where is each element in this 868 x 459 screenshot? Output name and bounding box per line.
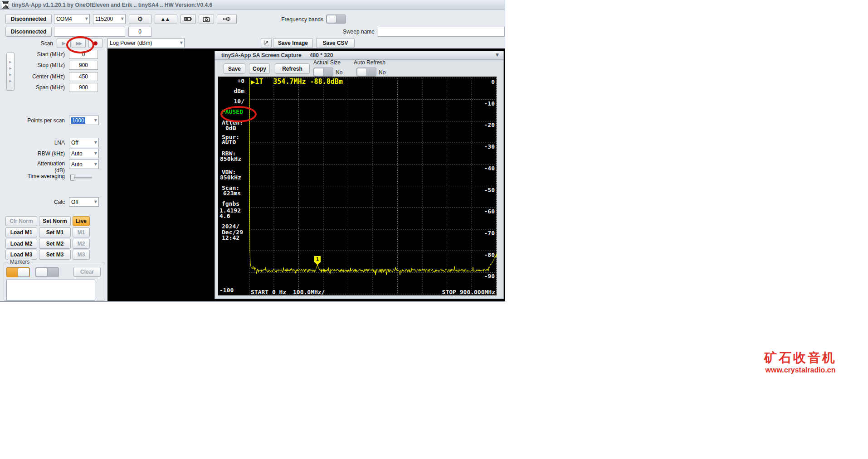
device-info-field[interactable]: [54, 27, 125, 37]
m3-button[interactable]: M3: [73, 250, 90, 260]
auto-refresh-toggle[interactable]: [356, 68, 376, 77]
spectrum-screen: +0 dBm 10/ PAUSED Atten: 0dB Spur: AUTO …: [218, 77, 497, 295]
app-icon: [2, 1, 9, 9]
frequency-bands-label: Frequency bands: [270, 16, 323, 23]
m2-button[interactable]: M2: [73, 239, 90, 249]
y-axis-tick: 0: [491, 79, 495, 85]
auto-refresh-label: Auto Refresh: [354, 59, 385, 66]
ref-unit: dBm: [218, 88, 249, 94]
save-csv-button[interactable]: Save CSV: [316, 38, 355, 48]
vbw-value: 850kHz: [218, 175, 249, 180]
gear-icon: ⚙: [137, 15, 143, 23]
clear-markers-button[interactable]: Clear: [73, 267, 101, 277]
com-port-select[interactable]: COM4▼: [54, 14, 90, 24]
toggle-knob: [357, 68, 367, 76]
firmware-name: fgnbs: [218, 201, 249, 207]
set-m1-button[interactable]: Set M1: [39, 227, 71, 237]
bottom-ref-level: -100: [218, 288, 249, 293]
y-axis-tick: -90: [484, 274, 495, 279]
marker-flag-number: 1: [316, 256, 319, 262]
screenshot-button[interactable]: [199, 14, 214, 24]
center-freq-input[interactable]: [69, 72, 98, 81]
save-image-button[interactable]: Save Image: [273, 38, 313, 48]
set-m2-button[interactable]: Set M2: [39, 239, 71, 249]
attenuation-select[interactable]: Auto▼: [69, 159, 99, 169]
right-arrow-icon: ▶: [9, 67, 11, 70]
capture-refresh-button[interactable]: Refresh: [275, 63, 310, 74]
right-arrow-icon: ▶: [9, 79, 11, 83]
chevron-down-icon: ▼: [94, 118, 97, 122]
time-averaging-slider-thumb[interactable]: [70, 174, 74, 181]
capture-titlebar[interactable]: tinySA-App SA Screen Capture 480 * 320 ▼: [215, 51, 503, 60]
set-norm-button[interactable]: Set Norm: [39, 216, 71, 226]
sweep-name-input[interactable]: [378, 27, 505, 37]
baud-rate-value: 115200: [95, 16, 113, 22]
connect-button[interactable]: Disconnected: [5, 14, 52, 24]
y-axis-tick: -50: [484, 188, 495, 193]
marker2-toggle[interactable]: [35, 267, 59, 277]
rbw-label: RBW (kHz): [9, 150, 65, 157]
marker1-toggle[interactable]: [6, 267, 30, 277]
markers-group-title: Markers: [8, 259, 31, 265]
calc-select[interactable]: Off▼: [69, 197, 99, 207]
points-per-scan-select[interactable]: 1000▼: [69, 116, 99, 125]
actual-size-toggle[interactable]: [313, 68, 333, 77]
right-arrow-icon: ▶: [9, 60, 11, 64]
attenuation-label: Attenuation: [9, 160, 65, 167]
x-axis-perdiv-label: 100.0MHz/: [293, 289, 325, 295]
export-chart-button[interactable]: [261, 38, 272, 48]
lna-value: Off: [71, 140, 78, 146]
usb-button[interactable]: [217, 14, 237, 24]
frequency-bands-toggle[interactable]: [326, 14, 346, 24]
x-axis-stop-label: STOP 900.000MHz: [442, 289, 495, 295]
m1-button[interactable]: M1: [73, 227, 90, 237]
app-titlebar[interactable]: tinySA-App v1.1.20.1 by OneOfEleven and …: [0, 0, 505, 10]
baud-rate-select[interactable]: 115200▼: [93, 14, 126, 24]
clr-norm-button[interactable]: Clr Norm: [5, 216, 37, 226]
y-axis-tick: -60: [484, 209, 495, 214]
toggle-knob: [327, 15, 336, 23]
battery-button[interactable]: [180, 14, 196, 24]
display-mode-select[interactable]: Log Power (dBm)▼: [107, 38, 185, 48]
marker-readout-id: 1T: [255, 77, 263, 86]
lna-select[interactable]: Off▼: [69, 138, 99, 147]
load-m1-button[interactable]: Load M1: [5, 227, 37, 237]
watermark-url: www.crystalradio.cn: [758, 365, 843, 375]
stop-freq-input[interactable]: [69, 61, 98, 70]
connect-button-2[interactable]: Disconnected: [5, 27, 52, 37]
sweep-name-label: Sweep name: [338, 29, 375, 35]
app-window: tinySA-App v1.1.20.1 by OneOfEleven and …: [0, 0, 505, 302]
marker-arrow-icon: ▶: [251, 79, 255, 85]
capture-save-button[interactable]: Save: [224, 63, 245, 74]
capture-copy-button[interactable]: Copy: [249, 63, 270, 74]
markers-list[interactable]: [6, 280, 95, 300]
load-m3-button[interactable]: Load M3: [5, 250, 37, 260]
live-button[interactable]: Live: [73, 216, 90, 226]
chevron-down-icon: ▼: [94, 162, 97, 166]
span-freq-label: Span (MHz): [18, 84, 65, 91]
upload-firmware-button[interactable]: ▲▲: [155, 14, 177, 24]
set-m3-button[interactable]: Set M3: [39, 250, 71, 260]
points-per-scan-value: 1000: [71, 117, 85, 124]
span-freq-input[interactable]: [69, 83, 98, 92]
rbw-select[interactable]: Auto▼: [69, 149, 99, 158]
double-up-arrow-icon: ▲▲: [161, 17, 171, 21]
app-title: tinySA-App v1.1.20.1 by OneOfEleven and …: [12, 2, 212, 8]
y-axis-tick: -40: [484, 166, 495, 171]
rbw-value: Auto: [71, 150, 83, 157]
counter-field[interactable]: [128, 27, 151, 37]
start-freq-label: Start (MHz): [18, 51, 65, 58]
capture-menu-arrow-icon[interactable]: ▼: [496, 53, 499, 57]
toggle-knob: [314, 68, 324, 76]
marker-readout-freq: 354.7MHz: [273, 77, 306, 86]
marker-readout-level: -88.8dBm: [310, 77, 343, 86]
freq-presets-button[interactable]: ▶ ▶ ▶ ▶: [6, 53, 15, 91]
rbw-screen-value: 850kHz: [218, 156, 249, 162]
firmware-build: 4.6: [218, 213, 249, 219]
usb-icon: [223, 16, 231, 22]
spectrum-plot: 1 0-10-20-30-40-50-60-70-80-90 ▶1T354.7M…: [249, 77, 497, 295]
settings-button[interactable]: ⚙: [129, 14, 151, 24]
load-m2-button[interactable]: Load M2: [5, 239, 37, 249]
scale-per-div: 10/: [218, 99, 249, 104]
annotation-ellipse-paused: [220, 106, 257, 122]
